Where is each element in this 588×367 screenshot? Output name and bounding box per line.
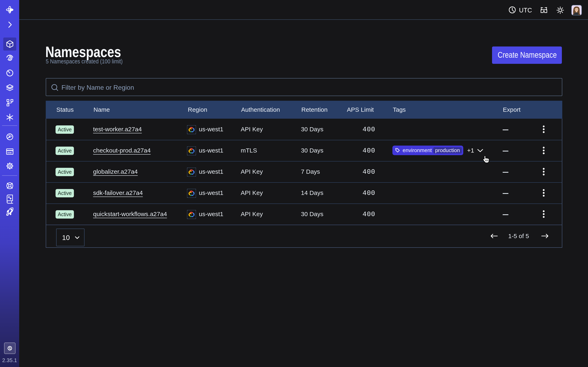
svg-text:$: $ [9, 346, 11, 351]
